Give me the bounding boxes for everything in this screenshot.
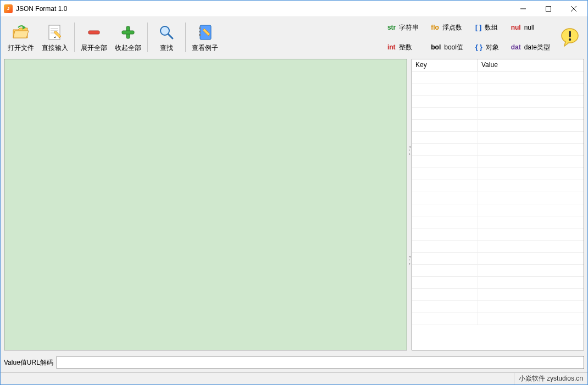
legend-arr-tag: [ ] (475, 24, 481, 31)
legend-dat-tag: dat (511, 43, 521, 51)
table-row[interactable] (412, 289, 584, 301)
kv-header: Key Value (412, 59, 584, 71)
url-decode-label: Value值URL解码 (4, 358, 53, 367)
table-row[interactable] (412, 132, 584, 144)
find-button[interactable]: 查找 (150, 19, 183, 55)
legend-int: int 整数 (387, 39, 419, 55)
svg-rect-15 (199, 31, 201, 32)
view-example-button[interactable]: 查看例子 (188, 19, 222, 55)
table-row[interactable] (412, 265, 584, 277)
table-row[interactable] (412, 216, 584, 228)
legend-bol-tag: bol (431, 43, 441, 51)
legend-nul: nul null (511, 19, 550, 36)
table-row[interactable] (412, 241, 584, 253)
app-icon: J (4, 4, 13, 13)
window-title: JSON Format 1.0 (16, 5, 67, 13)
expand-all-button[interactable]: 展开全部 (77, 19, 111, 55)
table-row[interactable] (412, 71, 584, 83)
legend-str-tag: str (387, 24, 396, 31)
table-row[interactable] (412, 120, 584, 132)
table-row[interactable] (412, 313, 584, 325)
direct-input-label: 直接输入 (42, 43, 68, 53)
table-row[interactable] (412, 108, 584, 120)
legend-dat-label: date类型 (524, 43, 550, 52)
splitter[interactable]: ◂•▸ ◂•▸ (407, 59, 412, 350)
table-row[interactable] (412, 204, 584, 216)
find-label: 查找 (160, 43, 173, 53)
legend-int-tag: int (387, 43, 396, 51)
svg-rect-1 (546, 6, 551, 11)
table-row[interactable] (412, 156, 584, 168)
toolbar-separator (147, 23, 148, 52)
json-tree-panel[interactable] (4, 59, 407, 350)
legend-bol-label: bool值 (444, 43, 463, 52)
notebook-icon (195, 23, 215, 42)
maximize-button[interactable] (536, 1, 561, 17)
url-decode-bar: Value值URL解码 (1, 354, 587, 372)
splitter-grip-bottom[interactable]: ◂•▸ (408, 254, 411, 265)
search-icon (157, 23, 176, 42)
main-area: ◂•▸ ◂•▸ Key Value (1, 58, 587, 354)
direct-input-button[interactable]: 直接输入 (38, 19, 72, 55)
edit-document-icon (45, 23, 65, 42)
table-row[interactable] (412, 83, 584, 96)
toolbar-separator (185, 23, 186, 52)
kv-body[interactable] (412, 71, 584, 350)
toolbar: 打开文件 直接输入 展开全部 (1, 17, 587, 58)
legend-obj-label: 对象 (486, 43, 499, 52)
alert-icon[interactable] (559, 26, 581, 48)
plus-icon (118, 23, 138, 42)
splitter-grip-top[interactable]: ◂•▸ (408, 144, 411, 155)
open-file-label: 打开文件 (8, 43, 34, 53)
svg-rect-10 (122, 31, 134, 34)
collapse-all-label: 收起全部 (115, 43, 141, 53)
status-credit: 小焱软件 zystudios.cn (514, 373, 583, 384)
key-value-panel: Key Value (412, 59, 584, 350)
legend-nul-label: null (524, 24, 535, 31)
table-row[interactable] (412, 168, 584, 180)
svg-rect-16 (199, 34, 201, 36)
kv-header-key[interactable]: Key (412, 59, 478, 71)
status-bar: 小焱软件 zystudios.cn (1, 372, 587, 384)
close-button[interactable] (561, 1, 586, 17)
table-row[interactable] (412, 253, 584, 265)
table-row[interactable] (412, 96, 584, 108)
table-row[interactable] (412, 192, 584, 204)
open-file-button[interactable]: 打开文件 (4, 19, 38, 55)
legend-bol: bol bool值 (431, 39, 463, 55)
legend-int-label: 整数 (399, 43, 412, 52)
app-window: J JSON Format 1.0 打开文件 (0, 0, 588, 385)
legend-obj-tag: { } (475, 43, 482, 51)
legend-str-label: 字符串 (399, 23, 419, 32)
svg-rect-14 (199, 27, 201, 29)
table-row[interactable] (412, 277, 584, 289)
minimize-button[interactable] (511, 1, 536, 17)
table-row[interactable] (412, 301, 584, 313)
legend-arr-label: 数组 (485, 23, 498, 32)
table-row[interactable] (412, 228, 584, 241)
legend-obj: { } 对象 (475, 39, 499, 55)
collapse-all-button[interactable]: 收起全部 (111, 19, 145, 55)
legend-nul-tag: nul (511, 24, 521, 31)
view-example-label: 查看例子 (192, 43, 218, 53)
title-bar: J JSON Format 1.0 (1, 1, 587, 17)
svg-rect-18 (569, 31, 571, 37)
svg-rect-8 (88, 31, 99, 34)
svg-line-12 (168, 34, 173, 38)
type-legend: str 字符串 flo 浮点数 [ ] 数组 nul null int 整数 b… (384, 17, 553, 58)
folder-open-icon (11, 23, 31, 42)
minus-icon (84, 23, 104, 42)
legend-flo: flo 浮点数 (431, 19, 463, 36)
url-decode-input[interactable] (57, 356, 584, 369)
legend-str: str 字符串 (387, 19, 419, 36)
legend-arr: [ ] 数组 (475, 19, 499, 36)
legend-flo-tag: flo (431, 24, 439, 31)
legend-flo-label: 浮点数 (442, 23, 462, 32)
kv-header-value[interactable]: Value (478, 59, 584, 71)
legend-dat: dat date类型 (511, 39, 550, 55)
table-row[interactable] (412, 144, 584, 156)
table-row[interactable] (412, 180, 584, 192)
toolbar-separator (74, 23, 75, 52)
svg-point-19 (569, 38, 571, 41)
expand-all-label: 展开全部 (81, 43, 107, 53)
